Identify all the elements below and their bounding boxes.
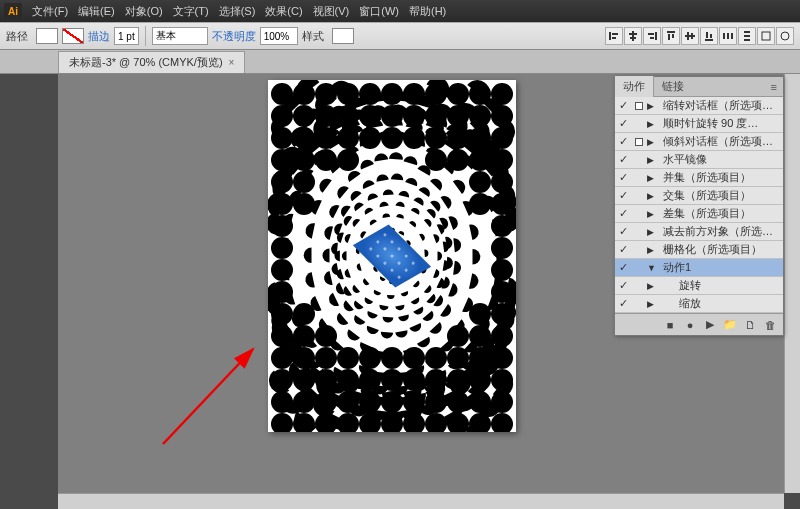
expand-icon[interactable]: ▶ bbox=[647, 299, 661, 309]
align-hcenter-icon[interactable] bbox=[624, 27, 642, 45]
action-row[interactable]: ✓▶差集（所选项目） bbox=[615, 205, 783, 223]
action-row[interactable]: ✓▶栅格化（所选项目） bbox=[615, 241, 783, 259]
align-bottom-icon[interactable] bbox=[700, 27, 718, 45]
action-row[interactable]: ✓▶缩放 bbox=[615, 295, 783, 313]
action-row[interactable]: ✓▶减去前方对象（所选… bbox=[615, 223, 783, 241]
svg-rect-5 bbox=[630, 37, 636, 39]
expand-icon[interactable]: ▶ bbox=[647, 173, 661, 183]
isolate-icon[interactable] bbox=[776, 27, 794, 45]
stroke-swatch[interactable] bbox=[62, 28, 84, 44]
vertical-scrollbar[interactable] bbox=[784, 74, 800, 493]
expand-icon[interactable]: ▶ bbox=[647, 101, 661, 111]
menu-edit[interactable]: 编辑(E) bbox=[74, 2, 119, 21]
align-vcenter-icon[interactable] bbox=[681, 27, 699, 45]
expand-icon[interactable]: ▶ bbox=[647, 155, 661, 165]
align-button-group bbox=[605, 27, 794, 45]
toggle-check-icon[interactable]: ✓ bbox=[615, 117, 631, 130]
menu-effect[interactable]: 效果(C) bbox=[261, 2, 306, 21]
expand-icon[interactable]: ▶ bbox=[647, 227, 661, 237]
distribute-v-icon[interactable] bbox=[738, 27, 756, 45]
svg-rect-10 bbox=[668, 34, 670, 40]
menu-window[interactable]: 窗口(W) bbox=[355, 2, 403, 21]
menu-object[interactable]: 对象(O) bbox=[121, 2, 167, 21]
menu-type[interactable]: 文字(T) bbox=[169, 2, 213, 21]
horizontal-scrollbar[interactable] bbox=[58, 493, 784, 509]
stop-icon[interactable]: ■ bbox=[663, 318, 677, 332]
document-tab[interactable]: 未标题-3* @ 70% (CMYK/预览) × bbox=[58, 51, 245, 73]
close-tab-icon[interactable]: × bbox=[229, 57, 235, 68]
opacity-field[interactable]: 100% bbox=[260, 27, 298, 45]
action-row[interactable]: ✓▶缩转对话框（所选项… bbox=[615, 97, 783, 115]
menu-view[interactable]: 视图(V) bbox=[309, 2, 354, 21]
menu-help[interactable]: 帮助(H) bbox=[405, 2, 450, 21]
svg-point-96 bbox=[337, 127, 359, 149]
artboard[interactable] bbox=[268, 80, 516, 432]
stroke-weight-field[interactable]: 1 pt bbox=[114, 27, 139, 45]
svg-point-134 bbox=[447, 149, 469, 171]
svg-point-82 bbox=[293, 369, 315, 391]
action-row[interactable]: ✓▶并集（所选项目） bbox=[615, 169, 783, 187]
expand-icon[interactable]: ▶ bbox=[647, 281, 661, 291]
svg-point-124 bbox=[425, 105, 447, 127]
toggle-check-icon[interactable]: ✓ bbox=[615, 135, 631, 148]
expand-icon[interactable]: ▶ bbox=[647, 119, 661, 129]
expand-icon[interactable]: ▶ bbox=[647, 137, 661, 147]
svg-point-98 bbox=[337, 347, 359, 369]
toggle-check-icon[interactable]: ✓ bbox=[615, 261, 631, 274]
toggle-check-icon[interactable]: ✓ bbox=[615, 243, 631, 256]
action-row[interactable]: ✓▶顺时针旋转 90 度… bbox=[615, 115, 783, 133]
svg-point-113 bbox=[381, 369, 403, 391]
brush-basic-field[interactable]: 基本 bbox=[152, 27, 208, 45]
toggle-check-icon[interactable]: ✓ bbox=[615, 225, 631, 238]
title-bar: Ai 文件(F) 编辑(E) 对象(O) 文字(T) 选择(S) 效果(C) 视… bbox=[0, 0, 800, 22]
actions-panel: 动作 链接 ≡ ✓▶缩转对话框（所选项…✓▶顺时针旋转 90 度…✓▶倾斜对话框… bbox=[614, 76, 784, 336]
expand-icon[interactable]: ▶ bbox=[647, 191, 661, 201]
new-set-icon[interactable]: 📁 bbox=[723, 318, 737, 332]
action-row[interactable]: ✓▶水平镜像 bbox=[615, 151, 783, 169]
action-row[interactable]: ✓▼动作1 bbox=[615, 259, 783, 277]
svg-point-87 bbox=[315, 127, 337, 149]
align-top-icon[interactable] bbox=[662, 27, 680, 45]
action-row[interactable]: ✓▶旋转 bbox=[615, 277, 783, 295]
stroke-link[interactable]: 描边 bbox=[88, 29, 110, 44]
tab-actions[interactable]: 动作 bbox=[615, 76, 654, 97]
toggle-check-icon[interactable]: ✓ bbox=[615, 207, 631, 220]
panel-menu-icon[interactable]: ≡ bbox=[765, 81, 783, 93]
align-left-icon[interactable] bbox=[605, 27, 623, 45]
opacity-link[interactable]: 不透明度 bbox=[212, 29, 256, 44]
toggle-check-icon[interactable]: ✓ bbox=[615, 153, 631, 166]
svg-point-162 bbox=[491, 303, 513, 325]
fill-swatch[interactable] bbox=[36, 28, 58, 44]
svg-point-131 bbox=[447, 83, 469, 105]
action-row[interactable]: ✓▶交集（所选项目） bbox=[615, 187, 783, 205]
toggle-check-icon[interactable]: ✓ bbox=[615, 99, 631, 112]
menu-file[interactable]: 文件(F) bbox=[28, 2, 72, 21]
distribute-h-icon[interactable] bbox=[719, 27, 737, 45]
style-swatch[interactable] bbox=[332, 28, 354, 44]
expand-icon[interactable]: ▶ bbox=[647, 245, 661, 255]
action-row[interactable]: ✓▶倾斜对话框（所选项… bbox=[615, 133, 783, 151]
tab-links[interactable]: 链接 bbox=[654, 76, 692, 97]
expand-icon[interactable]: ▼ bbox=[647, 263, 661, 273]
svg-rect-4 bbox=[629, 33, 637, 35]
svg-point-102 bbox=[359, 83, 381, 105]
toggle-check-icon[interactable]: ✓ bbox=[615, 189, 631, 202]
toggle-check-icon[interactable]: ✓ bbox=[615, 171, 631, 184]
svg-point-132 bbox=[447, 105, 469, 127]
action-label: 交集（所选项目） bbox=[661, 188, 783, 203]
play-icon[interactable]: ▶ bbox=[703, 318, 717, 332]
new-action-icon[interactable]: 🗋 bbox=[743, 318, 757, 332]
expand-icon[interactable]: ▶ bbox=[647, 209, 661, 219]
dialog-toggle-icon[interactable] bbox=[631, 136, 647, 148]
delete-icon[interactable]: 🗑 bbox=[763, 318, 777, 332]
align-right-icon[interactable] bbox=[643, 27, 661, 45]
svg-point-125 bbox=[425, 127, 447, 149]
dialog-toggle-icon[interactable] bbox=[631, 100, 647, 112]
record-icon[interactable]: ● bbox=[683, 318, 697, 332]
toggle-check-icon[interactable]: ✓ bbox=[615, 297, 631, 310]
svg-point-63 bbox=[271, 215, 293, 237]
transform-icon[interactable] bbox=[757, 27, 775, 45]
app-badge-icon: Ai bbox=[4, 3, 22, 19]
menu-select[interactable]: 选择(S) bbox=[215, 2, 260, 21]
toggle-check-icon[interactable]: ✓ bbox=[615, 279, 631, 292]
